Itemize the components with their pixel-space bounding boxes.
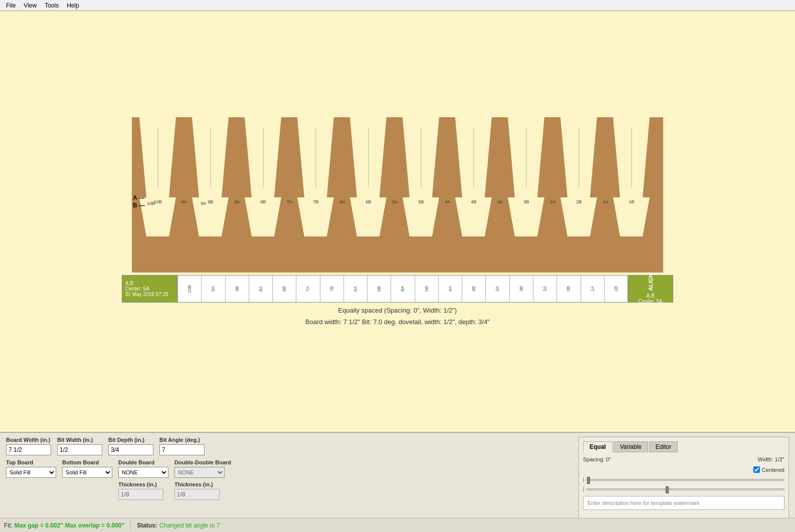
- strip-cell[interactable]: 7B: [320, 276, 343, 302]
- thickness-input-1[interactable]: [118, 489, 163, 500]
- right-panel-tabs: Equal Variable Editor: [583, 441, 784, 452]
- top-board-group: Top Board Solid Fill: [6, 459, 56, 478]
- double-double-board-select[interactable]: NONE: [174, 467, 225, 478]
- centered-row: Centered: [583, 466, 784, 473]
- status-value: Changed bit angle to 7: [159, 522, 220, 529]
- bit-depth-input[interactable]: [108, 444, 153, 455]
- svg-text:1A: 1A: [603, 199, 608, 204]
- spacing-slider-row: |: [583, 477, 784, 482]
- menu-view[interactable]: View: [20, 1, 41, 10]
- strip-cell[interactable]: 7A: [296, 276, 319, 302]
- bottom-panel: Board Width (in.) Bit Width (in.) Bit De…: [0, 432, 795, 532]
- tab-editor[interactable]: Editor: [649, 441, 678, 452]
- svg-text:9B: 9B: [208, 199, 213, 204]
- strip-area: A,B Center: 5A 01 May 2016 07:28 10B9A9B…: [10, 275, 785, 326]
- menu-tools[interactable]: Tools: [41, 1, 63, 10]
- strip-cell[interactable]: 8A: [249, 276, 272, 302]
- board-width-group: Board Width (in.): [6, 437, 51, 455]
- spacing-row: Spacing: 0" Width: 1/2": [583, 456, 784, 462]
- strip-container: A,B Center: 5A 01 May 2016 07:28 10B9A9B…: [122, 275, 673, 303]
- bottom-board-label: Bottom Board: [62, 459, 112, 465]
- strip-cell[interactable]: 4A: [438, 276, 462, 302]
- bit-width-group: Bit Width (in.): [57, 437, 102, 455]
- strip-cell[interactable]: 6A: [343, 276, 367, 302]
- left-controls: Board Width (in.) Bit Width (in.) Bit De…: [6, 437, 231, 528]
- strip-cell[interactable]: 2A: [533, 276, 556, 302]
- width-slider-min: |: [583, 486, 584, 492]
- menu-help[interactable]: Help: [63, 1, 83, 10]
- spacing-label: Spacing: 0": [583, 456, 611, 462]
- strip-align-label: ALIGN: [648, 274, 654, 291]
- centered-label: Centered: [762, 467, 784, 473]
- svg-text:6B: 6B: [365, 199, 371, 204]
- fit-label: Fit:: [4, 522, 13, 529]
- double-board-select[interactable]: NONE: [118, 467, 168, 478]
- menu-file[interactable]: File: [2, 1, 20, 10]
- strip-cell[interactable]: 10B: [177, 276, 201, 302]
- svg-text:10B: 10B: [154, 199, 162, 204]
- double-board-label: Double Board: [118, 459, 168, 465]
- width-slider-thumb[interactable]: [666, 486, 669, 493]
- spacing-slider-min: |: [583, 477, 584, 482]
- watermark-placeholder: Enter description here for template wate…: [587, 500, 699, 506]
- status-label: Status:: [137, 522, 157, 529]
- menu-bar: File View Tools Help: [0, 0, 795, 11]
- fit-value: Max gap = 0.002" Max overlap = 0.000": [15, 522, 125, 529]
- board-width-input[interactable]: [6, 444, 51, 455]
- strip-cell[interactable]: 1B: [604, 276, 628, 302]
- strip-cells: 10B9A9B8A8B7A7B6A6B5A5B4A4B3A3B2A2B1A1B: [177, 276, 628, 302]
- strip-cell[interactable]: 2B: [556, 276, 580, 302]
- status-separator: [130, 521, 131, 530]
- strip-cell[interactable]: 1A: [580, 276, 604, 302]
- svg-text:8B: 8B: [260, 199, 266, 204]
- strip-board-label: A,B: [125, 281, 174, 286]
- bit-depth-group: Bit Depth (in.): [108, 437, 153, 455]
- strip-right-center: Center: 5A: [639, 299, 663, 304]
- main-area: A— B—: [0, 11, 795, 432]
- bit-angle-label: Bit Angle (deg.): [159, 437, 205, 443]
- strip-center-label: Center: 5A: [125, 286, 174, 292]
- svg-text:A —: A —: [133, 194, 145, 201]
- svg-text:4B: 4B: [471, 199, 476, 204]
- status-bar: Fit: Max gap = 0.002" Max overlap = 0.00…: [0, 518, 795, 532]
- top-board-select[interactable]: Solid Fill: [6, 467, 56, 478]
- bit-angle-input[interactable]: [159, 444, 205, 455]
- width-label: Width: 1/2": [758, 456, 784, 462]
- joint-view: 10B 9A A — B — 10B 9A 9B 8A 8B 7A 7B 6A …: [132, 117, 663, 273]
- tab-equal[interactable]: Equal: [583, 441, 613, 452]
- centered-checkbox[interactable]: [753, 466, 760, 473]
- svg-text:6A: 6A: [339, 199, 345, 204]
- board-width-label: Board Width (in.): [6, 437, 51, 443]
- spacing-slider-thumb[interactable]: [587, 477, 590, 484]
- control-row-2: Top Board Solid Fill Bottom Board Solid …: [6, 459, 231, 500]
- strip-cell[interactable]: 9B: [225, 276, 249, 302]
- strip-cell[interactable]: 3B: [509, 276, 533, 302]
- strip-cell[interactable]: 5A: [390, 276, 414, 302]
- bit-width-input[interactable]: [57, 444, 102, 455]
- svg-text:5B: 5B: [418, 199, 424, 204]
- strip-cell[interactable]: 3A: [485, 276, 509, 302]
- strip-cell[interactable]: 9A: [201, 276, 225, 302]
- watermark-field[interactable]: Enter description here for template wate…: [583, 496, 784, 510]
- thickness-label-2: Thickness (in.): [174, 481, 231, 487]
- width-slider-track[interactable]: [586, 488, 784, 490]
- thickness-input-2[interactable]: [174, 489, 220, 500]
- svg-text:2B: 2B: [576, 199, 581, 204]
- bottom-board-select[interactable]: Solid Fill: [62, 467, 112, 478]
- strip-cell[interactable]: 6B: [367, 276, 390, 302]
- tab-variable[interactable]: Variable: [614, 441, 648, 452]
- svg-text:7B: 7B: [313, 199, 318, 204]
- spacing-slider-track[interactable]: [586, 479, 784, 481]
- strip-cell[interactable]: 5B: [415, 276, 438, 302]
- strip-cell[interactable]: 4B: [462, 276, 485, 302]
- svg-text:3B: 3B: [523, 199, 529, 204]
- strip-cell[interactable]: 8B: [272, 276, 296, 302]
- info-line2: Board width: 7 1/2" Bit: 7.0 deg. doveta…: [305, 318, 490, 326]
- svg-text:2A: 2A: [550, 199, 555, 204]
- double-double-board-group: Double-Double Board NONE Thickness (in.): [174, 459, 231, 500]
- svg-text:9A: 9A: [201, 201, 206, 206]
- svg-rect-49: [132, 236, 663, 273]
- svg-text:5A: 5A: [392, 199, 398, 204]
- thickness-label-1: Thickness (in.): [118, 481, 168, 487]
- bottom-board-group: Bottom Board Solid Fill: [62, 459, 112, 478]
